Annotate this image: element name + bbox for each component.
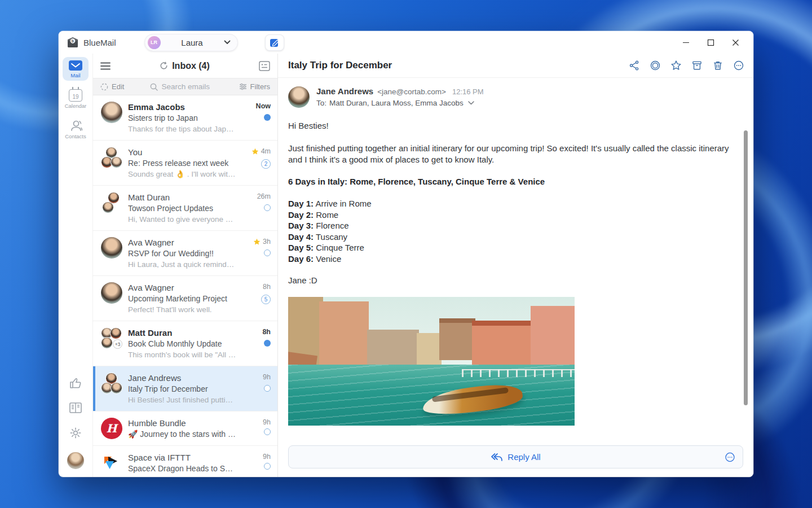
trash-icon (712, 60, 723, 71)
list-header: Inbox (4) (93, 54, 277, 78)
day-1: Day 1: Arrive in Rome (288, 198, 736, 209)
maximize-button[interactable] (698, 33, 723, 51)
item-subject: Towson Project Updates (128, 203, 237, 214)
nav-contacts[interactable]: Contacts (63, 117, 89, 142)
inbox-title: Inbox (4) (111, 61, 259, 71)
item-sender: Emma Jacobs (128, 102, 237, 113)
mail-list-panel: Inbox (4) Edit (92, 54, 278, 477)
bluemail-logo-icon: b (67, 37, 79, 47)
item-subject: 🚀 Journey to the stars with a bundle ... (128, 429, 237, 440)
archive-button[interactable] (691, 60, 703, 71)
item-snippet: Hi, Wanted to give everyone a q... (128, 214, 237, 225)
chevron-down-icon (224, 40, 231, 45)
refresh-icon[interactable] (160, 62, 168, 70)
email-subject-title: Italy Trip for December (288, 60, 629, 71)
signoff: Jane :D (288, 275, 736, 286)
nav-rail: Mail 19 Calendar Contacts (59, 54, 92, 477)
reply-all-button[interactable]: Reply All (288, 445, 743, 468)
minimize-icon (682, 39, 690, 46)
nav-mail-label: Mail (70, 72, 80, 78)
edit-label: Edit (112, 82, 124, 91)
read-circle[interactable] (264, 249, 271, 256)
item-sender: You (128, 147, 237, 158)
feedback-thumbs-up-icon[interactable] (69, 376, 82, 389)
read-circle[interactable] (264, 463, 271, 470)
list-item-ava-wagner-marketing[interactable]: Ava Wagner Upcoming Marketing Project Pe… (93, 276, 277, 321)
star-outline-icon (670, 60, 682, 71)
item-snippet: Sounds great 👌 . I'll work with Ji... (128, 169, 237, 179)
list-item-emma-jacobs[interactable]: Emma Jacobs Sisters trip to Japan Thanks… (93, 95, 277, 141)
mark-read-button[interactable] (650, 60, 661, 71)
to-label: To: (316, 99, 326, 107)
nav-calendar[interactable]: 19 Calendar (63, 86, 89, 111)
body-paragraph: Just finished putting together an initia… (288, 143, 736, 165)
item-sender: Matt Duran (128, 192, 237, 203)
minimize-button[interactable] (673, 33, 698, 51)
day-2: Day 2: Rome (288, 209, 736, 221)
read-circle[interactable] (264, 204, 271, 211)
unread-dot[interactable] (264, 340, 271, 347)
item-subject: RSVP for Our Wedding!! (128, 248, 237, 259)
compose-button[interactable] (265, 34, 284, 51)
avatar-group (101, 192, 122, 213)
email-actions (629, 60, 744, 71)
reply-all-label: Reply All (508, 452, 540, 462)
nav-contacts-label: Contacts (65, 133, 86, 139)
item-time: 9h (263, 373, 271, 381)
reading-header: Italy Trip for December (278, 54, 753, 78)
close-button[interactable] (723, 33, 748, 51)
settings-gear-icon[interactable] (69, 426, 82, 440)
app-name: BlueMail (83, 38, 116, 47)
item-time: 26m (257, 192, 271, 200)
list-item-matt-duran-bookclub[interactable]: +3 Matt Duran Book Club Monthly Update T… (93, 321, 277, 366)
more-button[interactable] (733, 60, 744, 71)
list-item-space-ifttt[interactable]: Space via IFTTT SpaceX Dragon Heads to S… (93, 446, 277, 477)
star-icon[interactable] (251, 148, 259, 155)
list-item-matt-duran-towson[interactable]: Matt Duran Towson Project Updates Hi, Wa… (93, 186, 277, 231)
edit-button[interactable]: Edit (100, 82, 124, 91)
item-time: 3h (253, 238, 271, 246)
avatar-overflow-badge: +3 (113, 339, 122, 349)
app-window: b BlueMail LR Laura (59, 31, 753, 477)
day-6: Day 6: Venice (288, 253, 736, 265)
recipients-row[interactable]: To: Matt Duran, Laura Moss, Emma Jacobs (316, 99, 484, 107)
nav-mail[interactable]: Mail (63, 57, 89, 81)
star-button[interactable] (670, 60, 682, 71)
item-sender: Ava Wagner (128, 282, 237, 294)
account-name: Laura (161, 38, 224, 47)
menu-hamburger-icon[interactable] (100, 62, 111, 70)
item-sender: Space via IFTTT (128, 452, 237, 463)
star-icon[interactable] (253, 238, 261, 246)
filters-button[interactable]: Filters (239, 82, 270, 91)
account-switcher[interactable]: LR Laura (144, 34, 238, 51)
reading-scrollbar[interactable] (744, 130, 748, 405)
search-input[interactable] (161, 82, 229, 91)
list-item-ava-wagner-rsvp[interactable]: Ava Wagner RSVP for Our Wedding!! Hi Lau… (93, 231, 277, 276)
item-snippet: This month's book will be "All th... (128, 349, 237, 360)
ellipsis-circle-icon (733, 60, 744, 71)
item-snippet: Perfect! That'll work well. (128, 304, 237, 315)
search-box (150, 82, 234, 91)
news-icon[interactable] (69, 402, 82, 414)
thread-count-badge: 2 (261, 159, 271, 169)
sender-avatar (288, 86, 310, 108)
item-subject: Upcoming Marketing Project (128, 294, 237, 304)
unread-dot[interactable] (264, 114, 271, 121)
filters-label: Filters (250, 82, 270, 91)
list-item-you[interactable]: You Re: Press release next week Sounds g… (93, 141, 277, 186)
day-4: Day 4: Tuscany (288, 231, 736, 243)
chevron-down-icon (468, 101, 474, 105)
read-circle[interactable] (264, 385, 271, 392)
read-circle[interactable] (264, 428, 271, 435)
item-time: 8h (263, 283, 271, 291)
delete-button[interactable] (712, 60, 723, 71)
list-item-humble-bundle[interactable]: H Humble Bundle 🚀 Journey to the stars w… (93, 411, 277, 446)
user-avatar[interactable] (67, 452, 84, 469)
list-item-jane-andrews-selected[interactable]: Jane Andrews Italy Trip for December Hi … (93, 366, 277, 411)
share-button[interactable] (629, 60, 640, 71)
topbar: b BlueMail LR Laura (59, 31, 753, 54)
layout-toggle-icon[interactable] (259, 61, 270, 71)
reply-options-button[interactable] (725, 452, 735, 462)
item-time: 8h (262, 328, 271, 336)
calendar-icon: 19 (69, 89, 82, 102)
